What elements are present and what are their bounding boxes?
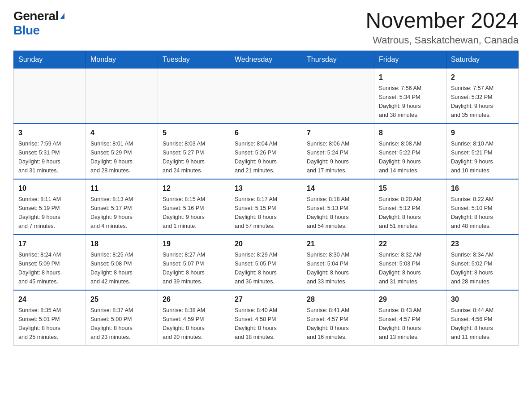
day-number: 25 — [90, 294, 153, 305]
calendar-cell: 23Sunrise: 8:34 AM Sunset: 5:02 PM Dayli… — [446, 235, 519, 290]
calendar-cell: 8Sunrise: 8:08 AM Sunset: 5:22 PM Daylig… — [374, 124, 446, 179]
month-title: November 2024 — [365, 9, 519, 33]
weekday-header-tuesday: Tuesday — [158, 51, 230, 68]
day-number: 12 — [163, 183, 225, 194]
calendar-cell: 9Sunrise: 8:10 AM Sunset: 5:21 PM Daylig… — [446, 124, 519, 179]
day-info: Sunrise: 8:40 AM Sunset: 4:58 PM Dayligh… — [235, 306, 297, 342]
calendar-cell: 3Sunrise: 7:59 AM Sunset: 5:31 PM Daylig… — [14, 124, 86, 179]
day-number: 5 — [163, 128, 225, 138]
calendar-cell: 25Sunrise: 8:37 AM Sunset: 5:00 PM Dayli… — [86, 290, 158, 346]
calendar-cell: 28Sunrise: 8:41 AM Sunset: 4:57 PM Dayli… — [302, 290, 374, 346]
day-number: 14 — [307, 183, 369, 194]
day-number: 29 — [379, 294, 442, 305]
weekday-header-thursday: Thursday — [302, 51, 374, 68]
day-info: Sunrise: 7:59 AM Sunset: 5:31 PM Dayligh… — [18, 139, 81, 175]
day-info: Sunrise: 8:32 AM Sunset: 5:03 PM Dayligh… — [379, 250, 442, 286]
day-number: 23 — [451, 239, 514, 249]
weekday-header-sunday: Sunday — [14, 51, 86, 68]
day-number: 28 — [307, 294, 369, 305]
calendar-cell: 20Sunrise: 8:29 AM Sunset: 5:05 PM Dayli… — [230, 235, 302, 290]
calendar-cell: 29Sunrise: 8:43 AM Sunset: 4:57 PM Dayli… — [374, 290, 446, 346]
day-info: Sunrise: 8:41 AM Sunset: 4:57 PM Dayligh… — [307, 306, 369, 342]
day-number: 18 — [90, 239, 153, 249]
day-info: Sunrise: 8:08 AM Sunset: 5:22 PM Dayligh… — [379, 139, 442, 175]
calendar-cell — [158, 68, 230, 124]
calendar-cell: 21Sunrise: 8:30 AM Sunset: 5:04 PM Dayli… — [302, 235, 374, 290]
day-number: 22 — [379, 239, 442, 249]
title-block: November 2024 Watrous, Saskatchewan, Can… — [365, 9, 519, 46]
calendar-cell: 2Sunrise: 7:57 AM Sunset: 5:32 PM Daylig… — [446, 68, 519, 124]
logo-blue-text: Blue — [13, 23, 40, 38]
day-info: Sunrise: 8:30 AM Sunset: 5:04 PM Dayligh… — [307, 250, 369, 286]
day-info: Sunrise: 8:34 AM Sunset: 5:02 PM Dayligh… — [451, 250, 514, 286]
calendar-cell: 15Sunrise: 8:20 AM Sunset: 5:12 PM Dayli… — [374, 179, 446, 235]
calendar-cell: 24Sunrise: 8:35 AM Sunset: 5:01 PM Dayli… — [14, 290, 86, 346]
day-number: 27 — [235, 294, 297, 305]
day-number: 15 — [379, 183, 442, 194]
day-number: 1 — [379, 72, 442, 83]
day-number: 24 — [18, 294, 81, 305]
calendar-cell: 7Sunrise: 8:06 AM Sunset: 5:24 PM Daylig… — [302, 124, 374, 179]
calendar-cell: 11Sunrise: 8:13 AM Sunset: 5:17 PM Dayli… — [86, 179, 158, 235]
day-info: Sunrise: 8:11 AM Sunset: 5:19 PM Dayligh… — [18, 195, 81, 231]
calendar-header-row: SundayMondayTuesdayWednesdayThursdayFrid… — [14, 51, 519, 68]
logo-general-text: General — [13, 9, 59, 23]
calendar-week-1: 1Sunrise: 7:56 AM Sunset: 5:34 PM Daylig… — [14, 68, 519, 124]
calendar-cell — [302, 68, 374, 124]
calendar-week-4: 17Sunrise: 8:24 AM Sunset: 5:09 PM Dayli… — [14, 235, 519, 290]
calendar-cell: 26Sunrise: 8:38 AM Sunset: 4:59 PM Dayli… — [158, 290, 230, 346]
location-title: Watrous, Saskatchewan, Canada — [365, 34, 519, 46]
calendar-cell: 30Sunrise: 8:44 AM Sunset: 4:56 PM Dayli… — [446, 290, 519, 346]
calendar-cell: 6Sunrise: 8:04 AM Sunset: 5:26 PM Daylig… — [230, 124, 302, 179]
calendar-week-5: 24Sunrise: 8:35 AM Sunset: 5:01 PM Dayli… — [14, 290, 519, 346]
day-info: Sunrise: 8:35 AM Sunset: 5:01 PM Dayligh… — [18, 306, 81, 342]
day-number: 13 — [235, 183, 297, 194]
calendar-cell — [86, 68, 158, 124]
calendar-week-2: 3Sunrise: 7:59 AM Sunset: 5:31 PM Daylig… — [14, 124, 519, 179]
day-number: 4 — [90, 128, 153, 138]
calendar-cell: 18Sunrise: 8:25 AM Sunset: 5:08 PM Dayli… — [86, 235, 158, 290]
calendar-cell: 12Sunrise: 8:15 AM Sunset: 5:16 PM Dayli… — [158, 179, 230, 235]
weekday-header-friday: Friday — [374, 51, 446, 68]
weekday-header-wednesday: Wednesday — [230, 51, 302, 68]
day-info: Sunrise: 8:18 AM Sunset: 5:13 PM Dayligh… — [307, 195, 369, 231]
day-info: Sunrise: 8:24 AM Sunset: 5:09 PM Dayligh… — [18, 250, 81, 286]
day-info: Sunrise: 8:13 AM Sunset: 5:17 PM Dayligh… — [90, 195, 153, 231]
day-number: 19 — [163, 239, 225, 249]
calendar-cell: 19Sunrise: 8:27 AM Sunset: 5:07 PM Dayli… — [158, 235, 230, 290]
day-info: Sunrise: 8:44 AM Sunset: 4:56 PM Dayligh… — [451, 306, 514, 342]
calendar-cell — [230, 68, 302, 124]
calendar-cell: 14Sunrise: 8:18 AM Sunset: 5:13 PM Dayli… — [302, 179, 374, 235]
day-number: 2 — [451, 72, 514, 83]
day-number: 8 — [379, 128, 442, 138]
calendar-table: SundayMondayTuesdayWednesdayThursdayFrid… — [13, 51, 519, 346]
calendar-cell — [14, 68, 86, 124]
day-info: Sunrise: 8:03 AM Sunset: 5:27 PM Dayligh… — [163, 139, 225, 175]
day-number: 3 — [18, 128, 81, 138]
day-info: Sunrise: 8:25 AM Sunset: 5:08 PM Dayligh… — [90, 250, 153, 286]
day-number: 20 — [235, 239, 297, 249]
day-info: Sunrise: 8:37 AM Sunset: 5:00 PM Dayligh… — [90, 306, 153, 342]
logo-triangle-icon — [60, 13, 64, 19]
day-info: Sunrise: 8:15 AM Sunset: 5:16 PM Dayligh… — [163, 195, 225, 231]
day-info: Sunrise: 8:17 AM Sunset: 5:15 PM Dayligh… — [235, 195, 297, 231]
day-number: 30 — [451, 294, 514, 305]
day-number: 10 — [18, 183, 81, 194]
calendar-cell: 27Sunrise: 8:40 AM Sunset: 4:58 PM Dayli… — [230, 290, 302, 346]
day-info: Sunrise: 8:10 AM Sunset: 5:21 PM Dayligh… — [451, 139, 514, 175]
day-number: 6 — [235, 128, 297, 138]
day-info: Sunrise: 7:57 AM Sunset: 5:32 PM Dayligh… — [451, 84, 514, 120]
day-info: Sunrise: 8:04 AM Sunset: 5:26 PM Dayligh… — [235, 139, 297, 175]
day-number: 9 — [451, 128, 514, 138]
calendar-cell: 5Sunrise: 8:03 AM Sunset: 5:27 PM Daylig… — [158, 124, 230, 179]
day-info: Sunrise: 8:38 AM Sunset: 4:59 PM Dayligh… — [163, 306, 225, 342]
calendar-cell: 16Sunrise: 8:22 AM Sunset: 5:10 PM Dayli… — [446, 179, 519, 235]
day-info: Sunrise: 8:01 AM Sunset: 5:29 PM Dayligh… — [90, 139, 153, 175]
day-number: 17 — [18, 239, 81, 249]
calendar-cell: 13Sunrise: 8:17 AM Sunset: 5:15 PM Dayli… — [230, 179, 302, 235]
day-number: 11 — [90, 183, 153, 194]
day-number: 16 — [451, 183, 514, 194]
day-info: Sunrise: 7:56 AM Sunset: 5:34 PM Dayligh… — [379, 84, 442, 120]
page-header: General Blue November 2024 Watrous, Sask… — [13, 9, 519, 46]
calendar-cell: 1Sunrise: 7:56 AM Sunset: 5:34 PM Daylig… — [374, 68, 446, 124]
